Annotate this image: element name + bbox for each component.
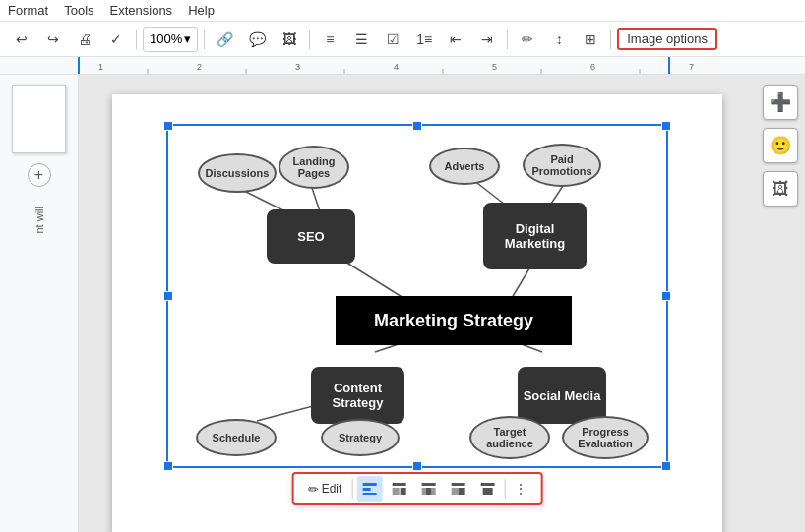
svg-rect-36 — [431, 488, 435, 495]
svg-text:3: 3 — [295, 62, 300, 72]
content-strategy-node: Content Strategy — [311, 367, 404, 424]
svg-text:1: 1 — [98, 62, 103, 72]
edit-button[interactable]: ✏ Edit — [302, 476, 348, 502]
format-button[interactable]: ✏ — [514, 26, 541, 53]
page-thumbnail[interactable] — [12, 85, 66, 153]
align-left-button[interactable] — [386, 476, 411, 502]
sidebar-page-text: nt will — [33, 207, 45, 234]
check-list-button[interactable]: ☑ — [379, 26, 406, 53]
align-center-icon — [420, 481, 436, 497]
add-page-button[interactable]: + — [28, 163, 51, 187]
menu-format[interactable]: Format — [8, 3, 48, 18]
marketing-strategy-node: Marketing Strategy — [336, 296, 572, 345]
indent-less-button[interactable]: ⇤ — [442, 26, 469, 53]
svg-rect-39 — [458, 488, 464, 495]
sidebar-image-icon: 🖼 — [772, 179, 789, 200]
sidebar-emoji-button[interactable]: 🙂 — [763, 128, 798, 163]
zoom-control[interactable]: 100% ▾ — [143, 27, 198, 52]
align-icon: ≡ — [322, 31, 338, 47]
spellcheck-icon: ✓ — [108, 31, 124, 47]
line-spacing-icon: ↕ — [551, 31, 567, 47]
pencil-icon: ✏ — [308, 482, 319, 497]
list-button[interactable]: ☰ — [347, 26, 375, 53]
svg-text:5: 5 — [492, 62, 497, 72]
undo-button[interactable]: ↩ — [8, 26, 35, 53]
svg-rect-34 — [421, 488, 425, 495]
img-sep2 — [504, 479, 505, 499]
more-options-icon: ⋮ — [515, 482, 526, 496]
format-icon: ✏ — [520, 31, 535, 47]
numbered-list-button[interactable]: 1≡ — [410, 26, 438, 53]
svg-rect-28 — [362, 488, 370, 491]
right-sidebar: ➕ 🙂 🖼 — [756, 75, 805, 532]
svg-rect-31 — [400, 488, 405, 495]
sidebar-emoji-icon: 🙂 — [770, 135, 791, 156]
undo-icon: ↩ — [14, 31, 30, 47]
left-sidebar: + nt will — [0, 75, 79, 532]
svg-rect-35 — [425, 488, 431, 495]
selected-image[interactable]: Discussions Landing Pages Adverts Paid P… — [166, 124, 668, 468]
image-icon: 🖼 — [281, 31, 297, 47]
image-options-button[interactable]: Image options — [617, 28, 717, 50]
comment-icon: 💬 — [249, 31, 266, 47]
menu-extensions[interactable]: Extensions — [110, 3, 173, 18]
main-area: + nt will — [0, 75, 805, 532]
align-button[interactable]: ≡ — [316, 26, 343, 53]
indent-more-button[interactable]: ⇥ — [473, 26, 501, 53]
columns-button[interactable]: ⊞ — [577, 26, 604, 53]
image-button[interactable]: 🖼 — [276, 26, 303, 53]
zoom-dropdown-icon: ▾ — [184, 31, 191, 46]
redo-button[interactable]: ↪ — [39, 26, 67, 53]
spellcheck-button[interactable]: ✓ — [102, 26, 130, 53]
paid-promotions-node: Paid Promotions — [523, 144, 601, 187]
print-icon: 🖨 — [77, 31, 93, 47]
svg-rect-30 — [392, 483, 405, 486]
sidebar-add-button[interactable]: ➕ — [763, 85, 798, 120]
document-area: Discussions Landing Pages Adverts Paid P… — [79, 75, 756, 532]
target-audience-node: Target audience — [469, 416, 550, 459]
comment-button[interactable]: 💬 — [243, 26, 272, 53]
svg-text:7: 7 — [689, 62, 694, 72]
print-button[interactable]: 🖨 — [71, 26, 98, 53]
svg-rect-29 — [362, 493, 376, 495]
more-options-button[interactable]: ⋮ — [509, 476, 532, 502]
sidebar-add-icon: ➕ — [770, 91, 791, 113]
align-center-button[interactable] — [415, 476, 441, 502]
img-sep1 — [351, 479, 352, 499]
sep3 — [309, 30, 310, 49]
svg-rect-40 — [480, 483, 494, 486]
progress-evaluation-node: Progress Evaluation — [562, 416, 649, 459]
strategy-node: Strategy — [321, 419, 400, 456]
svg-rect-32 — [392, 488, 399, 495]
list-icon: ☰ — [353, 31, 369, 47]
svg-text:4: 4 — [394, 62, 399, 72]
menu-bar: Format Tools Extensions Help — [0, 0, 805, 22]
ruler: 1 2 3 4 5 6 7 — [0, 57, 805, 75]
edit-label: Edit — [322, 482, 342, 496]
align-left-icon — [391, 481, 406, 497]
menu-help[interactable]: Help — [188, 3, 215, 18]
svg-text:2: 2 — [197, 62, 202, 72]
sep5 — [610, 30, 611, 49]
align-inline-button[interactable] — [356, 476, 382, 502]
align-break-button[interactable] — [474, 476, 500, 502]
line-spacing-button[interactable]: ↕ — [545, 26, 573, 53]
indent-less-icon: ⇤ — [448, 31, 464, 47]
toolbar: ↩ ↪ 🖨 ✓ 100% ▾ 🔗 💬 🖼 ≡ ☰ ☑ 1≡ ⇤ ⇥ ✏ — [0, 22, 805, 57]
sep1 — [136, 30, 137, 49]
sep2 — [204, 30, 205, 49]
adverts-node: Adverts — [429, 148, 500, 185]
digital-marketing-node: Digital Marketing — [483, 203, 587, 269]
columns-icon: ⊞ — [583, 31, 598, 47]
align-right-icon — [450, 481, 465, 497]
seo-node: SEO — [267, 209, 355, 264]
align-right-button[interactable] — [445, 476, 470, 502]
svg-rect-37 — [451, 483, 464, 486]
schedule-node: Schedule — [196, 419, 277, 456]
align-inline-icon — [361, 481, 377, 497]
menu-tools[interactable]: Tools — [64, 3, 93, 18]
sidebar-image-button[interactable]: 🖼 — [763, 171, 798, 207]
align-break-icon — [479, 481, 495, 497]
link-button[interactable]: 🔗 — [211, 26, 239, 53]
link-icon: 🔗 — [217, 31, 233, 47]
